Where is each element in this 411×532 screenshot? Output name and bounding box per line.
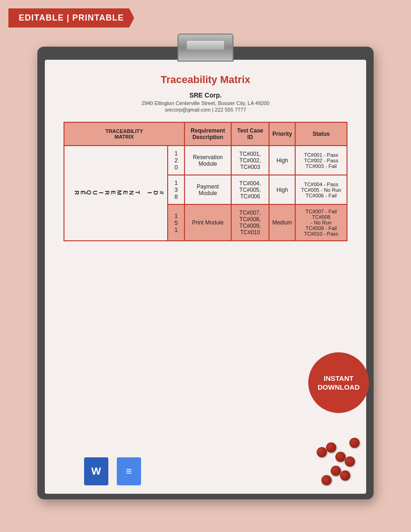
status-1: TC#001 - PassTC#002 - PassTC#003 - Fail (295, 146, 347, 175)
priority-1: High (269, 146, 295, 175)
desc-1: ReservationModule (184, 146, 231, 175)
testcases-3: TC#007,TC#008,TC#009,TC#010 (231, 204, 269, 241)
word-icon: W (84, 457, 108, 485)
pin-8 (321, 475, 332, 485)
pin-1 (326, 442, 336, 453)
file-type-icons: W ≡ (84, 457, 141, 485)
header-priority: Priority (269, 122, 295, 146)
company-email: srecorp@gmail.com | 222 555 7777 (64, 107, 347, 112)
document-title: Traceability Matrix (64, 74, 347, 86)
badge-line1: INSTANT (324, 374, 354, 383)
pin-7 (349, 438, 360, 448)
pin-4 (317, 447, 327, 457)
testcases-2: TC#004,TC#005,TC#006 (231, 175, 269, 204)
testcases-1: TC#001,TC#002,TC#003 (231, 146, 269, 175)
header-traceability: TRACEABILITYMATRIX (64, 122, 184, 146)
company-name: SRE Corp. (64, 91, 347, 99)
editable-printable-banner: EDITABLE | PRINTABLE (8, 8, 134, 28)
pins-decoration (290, 425, 364, 490)
pin-5 (331, 466, 341, 476)
company-address: 2940 Ellington Centerville Street, Bossi… (64, 100, 347, 106)
status-2: TC#004 - PassTC#005 - No RunTC#006 - Fai… (295, 175, 347, 204)
priority-2: High (269, 175, 295, 204)
desc-3: Print Module (184, 204, 231, 241)
req-num-2: 138 (168, 175, 184, 204)
header-status: Status (295, 122, 347, 146)
req-num-3: 151 (168, 204, 184, 241)
clipboard-clip (177, 34, 234, 62)
req-num-1: 120 (168, 146, 184, 175)
header-requirement-desc: RequirementDescription (184, 122, 231, 146)
pin-2 (335, 452, 346, 462)
traceability-table: TRACEABILITYMATRIX RequirementDescriptio… (64, 122, 347, 241)
priority-3: Medium (269, 204, 295, 241)
clipboard: Traceability Matrix SRE Corp. 2940 Ellin… (37, 47, 374, 499)
desc-2: Payment Module (184, 175, 231, 204)
instant-download-badge: INSTANT DOWNLOAD (308, 352, 369, 413)
pin-6 (340, 470, 350, 481)
header-test-case-id: Test Case ID (231, 122, 269, 146)
pin-3 (345, 456, 355, 467)
req-id-label: REQUIREMENTID# (64, 146, 168, 241)
status-3: TC#007 - Fail TC#008- No RunTC#009 - Fai… (295, 204, 347, 241)
badge-line2: DOWNLOAD (318, 383, 360, 392)
docs-icon: ≡ (117, 457, 141, 485)
